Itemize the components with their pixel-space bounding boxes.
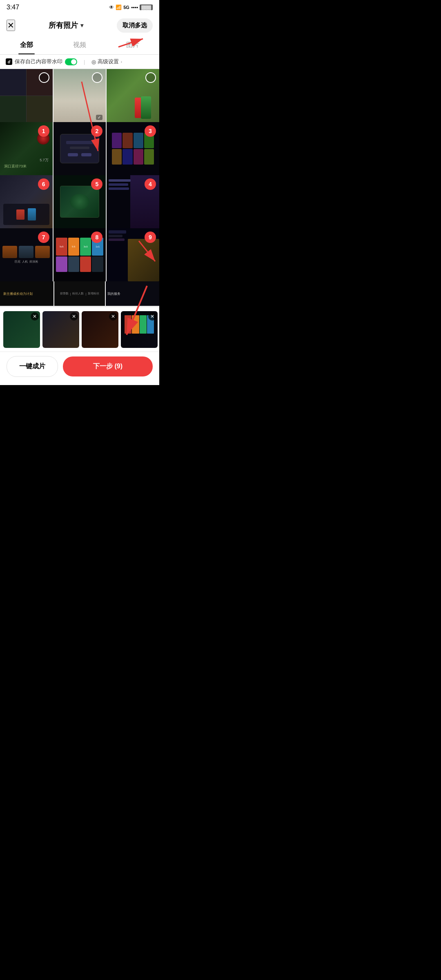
grid-cell-9[interactable]: 9 — [107, 228, 159, 281]
battery-icon: ▓▓▓ — [140, 4, 153, 10]
number-badge-6: 6 — [38, 178, 49, 190]
photo-grid: 洞口直径73米 5.7万 1 2 — [0, 122, 159, 307]
grid-cell-7[interactable]: 匹尼人机排演画 7 — [0, 228, 53, 281]
auto-edit-button[interactable]: 一键成片 — [7, 356, 58, 377]
dropdown-arrow-icon: ▾ — [80, 22, 83, 29]
circle-icon: ◎ — [91, 59, 96, 65]
number-badge-4: 4 — [145, 178, 156, 190]
number-badge-1: 1 — [38, 125, 49, 137]
header-title: 所有照片 ▾ — [49, 20, 83, 30]
tiktok-icon: d — [6, 58, 12, 65]
remove-selected-2[interactable]: ✕ — [70, 312, 78, 321]
watermark-label: 保存自己内容带水印 — [15, 58, 62, 65]
selected-thumb-4[interactable]: ✕ — [121, 311, 158, 348]
select-circle-top1[interactable] — [39, 72, 49, 83]
grid-cell-4[interactable]: 4 — [107, 175, 159, 228]
signal-bars: ▪▪▪▪ — [131, 4, 138, 10]
album-title: 所有照片 — [49, 20, 78, 30]
grid-cell-3[interactable]: 3 — [107, 122, 159, 175]
tab-all[interactable]: 全部 — [0, 36, 53, 54]
header: ✕ 所有照片 ▾ 取消多选 — [0, 15, 159, 36]
remove-selected-4[interactable]: ✕ — [148, 312, 156, 321]
grid-row-3: 匹尼人机排演画 7 5v5 5:5 3v3 1v1 8 — [0, 228, 159, 281]
remove-selected-1[interactable]: ✕ — [31, 312, 39, 321]
next-button[interactable]: 下一步 (9) — [63, 356, 153, 376]
settings-divider: | — [84, 59, 85, 65]
watermark-setting[interactable]: d 保存自己内容带水印 — [6, 58, 77, 65]
selected-thumb-2[interactable]: ✕ — [42, 311, 79, 348]
grid-cell-1[interactable]: 洞口直径73米 5.7万 1 — [0, 122, 53, 175]
grid-row-partial: 新主播成长动力计划 获赞数|粉丝人数|新增粉丝 我的服务 — [0, 281, 159, 307]
cancel-multiselect-button[interactable]: 取消多选 — [117, 18, 153, 33]
number-badge-9: 9 — [145, 232, 156, 243]
tab-photo[interactable]: 图片 — [106, 36, 159, 54]
chevron-right-icon: › — [120, 59, 122, 64]
grid-cell-5[interactable]: 5 — [53, 175, 106, 228]
top-photo-1[interactable] — [0, 69, 53, 122]
action-bar: 一键成片 下一步 (9) — [0, 352, 159, 385]
status-time: 3:47 — [7, 4, 19, 11]
top-photo-row: ✓ — [0, 69, 159, 122]
watermark-toggle[interactable] — [65, 58, 77, 65]
grid-cell-6[interactable]: 6 — [0, 175, 53, 228]
status-icons: 👁 📶 5G ▪▪▪▪ ▓▓▓ — [109, 4, 153, 10]
grid-cell-2[interactable]: 2 — [53, 122, 106, 175]
eye-icon: 👁 — [109, 4, 114, 10]
tabs-bar: 全部 视频 图片 — [0, 36, 159, 55]
grid-row-1: 洞口直径73米 5.7万 1 2 — [0, 122, 159, 175]
number-badge-3: 3 — [145, 125, 156, 137]
number-badge-7: 7 — [38, 232, 49, 243]
settings-bar: d 保存自己内容带水印 | ◎ 高级设置 › — [0, 55, 159, 69]
close-button[interactable]: ✕ — [7, 20, 15, 31]
advanced-settings[interactable]: ◎ 高级设置 › — [91, 58, 122, 65]
remove-selected-3[interactable]: ✕ — [109, 312, 117, 321]
selected-thumb-1[interactable]: ✕ — [3, 311, 40, 348]
signal-icon: 5G — [123, 5, 129, 10]
selected-thumb-3[interactable]: ✕ — [82, 311, 118, 348]
grid-row-2: 6 5 4 — [0, 175, 159, 228]
status-bar: 3:47 👁 📶 5G ▪▪▪▪ ▓▓▓ — [0, 0, 159, 15]
top-photo-3[interactable] — [107, 69, 159, 122]
selected-items-bar: ✕ ✕ ✕ ✕ ✕ — [0, 307, 159, 352]
tab-video[interactable]: 视频 — [53, 36, 106, 54]
select-circle-top3[interactable] — [145, 72, 156, 83]
grid-cell-8[interactable]: 5v5 5:5 3v3 1v1 8 — [53, 228, 106, 281]
advanced-label: 高级设置 — [98, 58, 119, 65]
top-photo-2[interactable]: ✓ — [53, 69, 106, 122]
wifi-icon: 📶 — [116, 4, 122, 10]
